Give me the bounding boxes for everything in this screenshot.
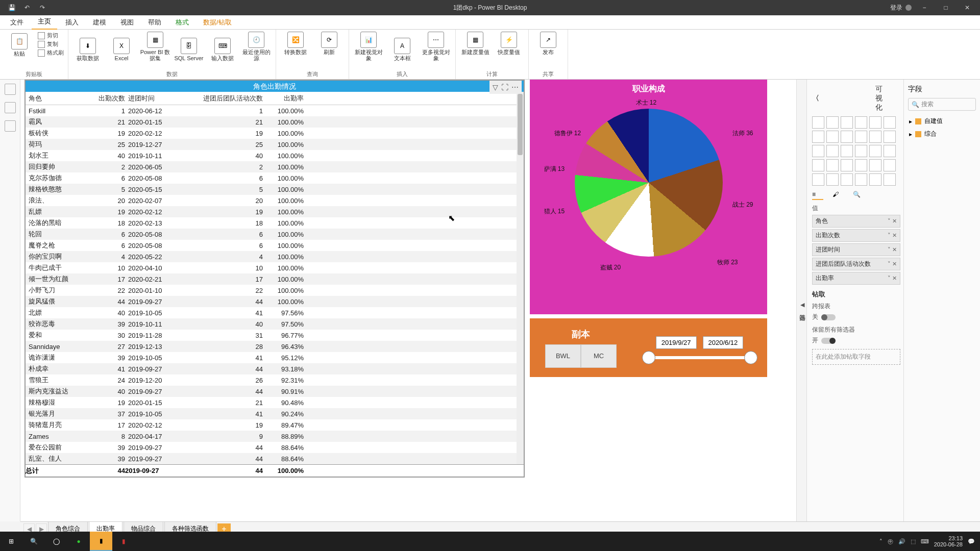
table-visual[interactable]: 角色出勤情况 ▽ ⛶ ⋯ 角色 出勤次数 进团时间 进团后团队活动次数 出勤率 … [24, 80, 525, 478]
close-icon[interactable]: ✕ [959, 0, 976, 15]
getdata-button[interactable]: ⬇获取数据 [72, 38, 103, 61]
table-row[interactable]: 雪狼王242019-12-202692.31% [26, 374, 524, 386]
field-well-item[interactable]: 角色˅ ✕ [812, 215, 900, 228]
data-view-icon[interactable] [5, 102, 16, 113]
viz-type-icon[interactable] [855, 116, 867, 129]
viz-type-icon[interactable] [841, 173, 853, 186]
viz-type-icon[interactable] [812, 159, 824, 171]
viz-type-icon[interactable] [869, 145, 881, 157]
table-row[interactable]: 划水王402019-10-1140100.00% [26, 150, 524, 161]
viz-type-icon[interactable] [841, 159, 853, 171]
table-row[interactable]: 辣格铁憨憨52020-05-155100.00% [26, 184, 524, 195]
redo-icon[interactable]: ↷ [37, 2, 48, 13]
table-row[interactable]: 荷玛252019-12-2725100.00% [26, 139, 524, 150]
table-row[interactable]: 小野飞刀222020-01-1022100.00% [26, 285, 524, 296]
table-row[interactable]: 爱和302019-11-283196.77% [26, 330, 524, 341]
more-visual-button[interactable]: ⋯更多视觉对象 [421, 32, 451, 61]
report-view-icon[interactable] [5, 84, 16, 95]
publish-button[interactable]: ↗发布 [533, 32, 564, 55]
viz-type-icon[interactable] [855, 173, 867, 186]
table-row[interactable]: 朴成幸412019-09-274493.18% [26, 363, 524, 374]
slider-handle-left[interactable] [642, 351, 655, 364]
table-row[interactable]: 回归要帅22020-06-052100.00% [26, 161, 524, 172]
viz-type-icon[interactable] [869, 131, 881, 143]
format-mode-icon[interactable]: 🖌 [832, 191, 844, 200]
table-row[interactable]: 沦落的黑暗182020-02-1318100.00% [26, 217, 524, 229]
viz-type-icon[interactable] [841, 131, 853, 143]
filter-icon[interactable]: ▽ [493, 82, 498, 93]
cross-toggle[interactable]: 关 [812, 313, 900, 321]
table-row[interactable]: 乱嫖192020-02-1219100.00% [26, 206, 524, 217]
keep-toggle[interactable]: 开 [812, 336, 900, 345]
viz-type-icon[interactable] [826, 145, 839, 157]
analytics-mode-icon[interactable]: 🔍 [853, 191, 864, 200]
viz-type-icon[interactable] [812, 116, 824, 129]
viz-type-icon[interactable] [855, 159, 867, 171]
quick-measure-button[interactable]: ⚡快度量值 [494, 32, 524, 55]
table-row[interactable]: 板砖侠192020-02-1219100.00% [26, 128, 524, 139]
table-row[interactable]: 爱在公园前392019-09-274488.64% [26, 442, 524, 453]
viz-type-icon[interactable] [826, 131, 839, 143]
brush-button[interactable]: 格式刷 [38, 49, 64, 57]
table-row[interactable]: Fstkill12020-06-121100.00% [26, 105, 524, 116]
tab-file[interactable]: 文件 [4, 15, 30, 30]
table-row[interactable]: 狡诈恶毒392019-10-114097.50% [26, 318, 524, 330]
table-row[interactable]: 轮回62020-05-086100.00% [26, 229, 524, 240]
new-visual-button[interactable]: 📊新建视觉对象 [353, 32, 384, 61]
table-row[interactable]: 诡诈潇潇392019-10-054195.12% [26, 352, 524, 363]
viz-type-icon[interactable] [841, 145, 853, 157]
viz-type-icon[interactable] [826, 159, 839, 171]
table-row[interactable]: 辣格穆湿192020-01-152190.48% [26, 397, 524, 408]
slider-handle-right[interactable] [744, 351, 757, 364]
start-icon[interactable]: ⊞ [0, 532, 22, 551]
login-button[interactable]: 登录 [890, 4, 912, 12]
sql-button[interactable]: 🗄SQL Server [174, 38, 204, 61]
field-well-item[interactable]: 出勤率˅ ✕ [812, 272, 900, 285]
tray-network-icon[interactable]: ⬚ [911, 538, 916, 545]
date-slider[interactable] [646, 356, 753, 359]
table-row[interactable]: 霸风212020-01-1521100.00% [26, 116, 524, 128]
field-well-item[interactable]: 出勤次数˅ ✕ [812, 229, 900, 242]
textbox-button[interactable]: A文本框 [387, 38, 418, 61]
viz-type-icon[interactable] [826, 173, 839, 186]
tab-view[interactable]: 视图 [114, 15, 140, 30]
tab-insert[interactable]: 插入 [59, 15, 85, 30]
slicer-visual[interactable]: 副本 BWL MC 2019/9/27 2020/6/12 [530, 318, 767, 377]
table-row[interactable]: 乱室、佳人392019-09-274488.64% [26, 453, 524, 464]
slicer-btn-bwl[interactable]: BWL [545, 344, 581, 368]
date-to[interactable]: 2020/6/12 [703, 336, 744, 349]
viz-type-icon[interactable] [855, 131, 867, 143]
field-well-item[interactable]: 进团时间˅ ✕ [812, 243, 900, 256]
cut-button[interactable]: 剪切 [38, 32, 64, 39]
tray-ime-icon[interactable]: ㊥ [888, 538, 893, 545]
field-well-item[interactable]: 进团后团队活动次数˅ ✕ [812, 258, 900, 270]
table-row[interactable]: 浪法、202020-02-0720100.00% [26, 195, 524, 206]
viz-type-icon[interactable] [841, 116, 853, 129]
undo-icon[interactable]: ↶ [21, 2, 33, 13]
table-row[interactable]: 旋风猛偎442019-09-2744100.00% [26, 296, 524, 307]
enterdata-button[interactable]: ⌨输入数据 [207, 38, 238, 61]
tab-format[interactable]: 格式 [169, 15, 195, 30]
maximize-icon[interactable]: □ [937, 0, 954, 15]
tray-chevron-icon[interactable]: ˄ [879, 538, 883, 545]
drill-dropzone[interactable]: 在此处添加钻取字段 [812, 349, 900, 365]
viz-type-icon[interactable] [884, 173, 896, 186]
viz-type-icon[interactable] [826, 116, 839, 129]
viz-type-icon[interactable] [869, 116, 881, 129]
viz-type-icon[interactable] [812, 131, 824, 143]
cortana-icon[interactable]: ◯ [45, 532, 67, 551]
table-row[interactable]: Sannidaye272019-12-132896.43% [26, 341, 524, 352]
minimize-icon[interactable]: − [916, 0, 933, 15]
table-row[interactable]: 斯内克涨益达402019-09-274490.91% [26, 386, 524, 397]
transform-button[interactable]: 🔀转换数据 [280, 32, 311, 55]
table-body[interactable]: Fstkill12020-06-121100.00%霸风212020-01-15… [26, 105, 524, 464]
pbids-button[interactable]: ▦Power BI 数据集 [140, 32, 170, 61]
search-taskbar-icon[interactable]: 🔍 [22, 532, 45, 551]
model-view-icon[interactable] [5, 120, 16, 132]
viz-type-icon[interactable] [855, 145, 867, 157]
app-icon[interactable]: ▮ [112, 532, 135, 551]
fields-mode-icon[interactable]: ≡ [812, 191, 823, 200]
measure-button[interactable]: ▦新建度量值 [460, 32, 491, 55]
slicer-btn-mc[interactable]: MC [581, 344, 617, 368]
viz-type-icon[interactable] [884, 159, 896, 171]
